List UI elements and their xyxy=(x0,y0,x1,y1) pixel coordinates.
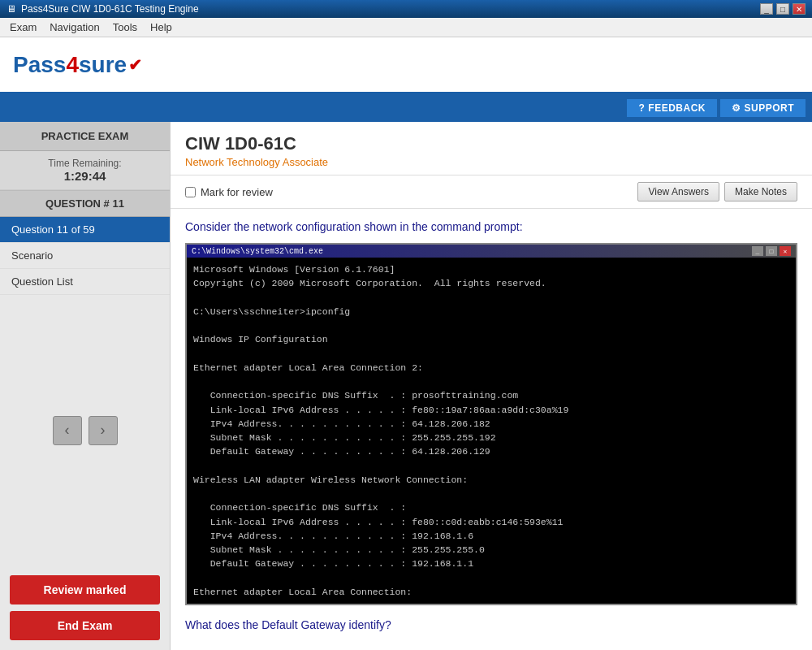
cmd-title-text: C:\Windows\system32\cmd.exe xyxy=(192,247,323,256)
cmd-line: Microsoft Windows [Version 6.1.7601] xyxy=(193,262,789,276)
question-number-label: QUESTION # 11 xyxy=(0,190,170,217)
cmd-window: C:\Windows\system32\cmd.exe _ □ ✕ Micros… xyxy=(185,243,797,605)
maximize-button[interactable]: □ xyxy=(776,3,789,15)
content-header: CIW 1D0-61C Network Technology Associate xyxy=(171,122,812,176)
content-toolbar: Mark for review View Answers Make Notes xyxy=(171,176,812,209)
title-bar-controls[interactable]: _ □ ✕ xyxy=(760,3,806,15)
feedback-label: FEEDBACK xyxy=(648,102,706,114)
make-notes-button[interactable]: Make Notes xyxy=(724,182,797,202)
toolbar-buttons: View Answers Make Notes xyxy=(637,182,797,202)
feedback-button[interactable]: ? FEEDBACK xyxy=(627,99,717,117)
support-label: SUPPORT xyxy=(744,102,794,114)
timer-value: 1:29:44 xyxy=(6,169,163,183)
answer-option-a: A The file server on the network xyxy=(185,643,797,650)
cmd-line: Connection-specific DNS Suffix . : xyxy=(193,500,789,514)
cmd-minimize[interactable]: _ xyxy=(752,246,763,256)
menu-tools[interactable]: Tools xyxy=(106,20,144,35)
cmd-close[interactable]: ✕ xyxy=(780,246,791,256)
mark-review-label: Mark for review xyxy=(201,186,273,198)
cmd-line xyxy=(193,571,789,585)
cmd-line xyxy=(193,347,789,361)
cmd-line xyxy=(193,375,789,388)
menu-navigation[interactable]: Navigation xyxy=(43,20,106,35)
cmd-line: Connection-specific DNS Suffix . : proso… xyxy=(193,388,789,402)
logo: Pass4sure✔ xyxy=(13,52,142,78)
nav-item-scenario[interactable]: Scenario xyxy=(0,243,170,269)
end-exam-button[interactable]: End Exam xyxy=(10,611,160,640)
cmd-line: Subnet Mask . . . . . . . . . . . : 255.… xyxy=(193,543,789,557)
nav-item-question-list[interactable]: Question List xyxy=(0,269,170,295)
cmd-line: Default Gateway . . . . . . . . . : 64.1… xyxy=(193,444,789,458)
cmd-controls: _ □ ✕ xyxy=(752,246,791,256)
title-bar-icon: 🖥 xyxy=(6,3,16,15)
sub-question: What does the Default Gateway identify? xyxy=(185,618,797,631)
minimize-button[interactable]: _ xyxy=(760,3,773,15)
nav-item-question[interactable]: Question 11 of 59 xyxy=(0,217,170,243)
cmd-content: Microsoft Windows [Version 6.1.7601] Cop… xyxy=(193,262,789,599)
prev-button[interactable]: ‹ xyxy=(53,416,82,445)
gear-icon: ⚙ xyxy=(732,102,741,114)
cmd-line: Link-local IPv6 Address . . . . . : fe80… xyxy=(193,403,789,417)
cmd-line xyxy=(193,318,789,332)
close-button[interactable]: ✕ xyxy=(793,3,806,15)
menu-exam[interactable]: Exam xyxy=(3,20,43,35)
logo-pass: Pass xyxy=(13,52,66,78)
support-button[interactable]: ⚙ SUPPORT xyxy=(720,99,806,117)
view-answers-button[interactable]: View Answers xyxy=(637,182,719,202)
cmd-line: Default Gateway . . . . . . . . . : 192.… xyxy=(193,557,789,570)
logo-check-icon: ✔ xyxy=(128,55,142,75)
cmd-titlebar: C:\Windows\system32\cmd.exe _ □ ✕ xyxy=(187,245,796,258)
nav-items: Question 11 of 59 Scenario Question List xyxy=(0,217,170,295)
sidebar-bottom: Review marked End Exam xyxy=(0,566,170,650)
review-marked-button[interactable]: Review marked xyxy=(10,575,160,604)
cmd-line: Windows IP Configuration xyxy=(193,332,789,346)
menu-help[interactable]: Help xyxy=(144,20,179,35)
cmd-line: Copyright (c) 2009 Microsoft Corporation… xyxy=(193,276,789,290)
main-layout: PRACTICE EXAM Time Remaining: 1:29:44 QU… xyxy=(0,122,812,650)
nav-arrows: ‹ › xyxy=(0,295,170,566)
cmd-line xyxy=(193,291,789,305)
content-scroll[interactable]: Consider the network configuration shown… xyxy=(171,209,812,650)
exam-title: CIW 1D0-61C xyxy=(185,133,797,154)
question-icon: ? xyxy=(638,102,645,114)
sidebar: PRACTICE EXAM Time Remaining: 1:29:44 QU… xyxy=(0,122,171,650)
question-intro: Consider the network configuration shown… xyxy=(185,220,797,233)
title-bar-text: Pass4Sure CIW 1D0-61C Testing Engine xyxy=(21,3,199,15)
exam-subtitle: Network Technology Associate xyxy=(185,156,797,168)
cmd-line: Subnet Mask . . . . . . . . . . . : 255.… xyxy=(193,431,789,444)
next-button[interactable]: › xyxy=(89,416,118,445)
timer-label: Time Remaining: xyxy=(6,158,163,169)
cmd-line: IPv4 Address. . . . . . . . . . . : 64.1… xyxy=(193,417,789,431)
menu-bar: Exam Navigation Tools Help xyxy=(0,18,812,37)
title-bar-left: 🖥 Pass4Sure CIW 1D0-61C Testing Engine xyxy=(6,3,199,15)
timer-section: Time Remaining: 1:29:44 xyxy=(0,151,170,190)
content-area: CIW 1D0-61C Network Technology Associate… xyxy=(171,122,812,650)
mark-review-section: Mark for review xyxy=(185,186,273,198)
logo-four: 4 xyxy=(66,52,79,78)
app-header: Pass4sure✔ xyxy=(0,37,812,94)
cmd-line xyxy=(193,487,789,500)
cmd-line: IPv4 Address. . . . . . . . . . . : 192.… xyxy=(193,529,789,543)
cmd-line: Ethernet adapter Local Area Connection 2… xyxy=(193,361,789,375)
cmd-maximize[interactable]: □ xyxy=(766,246,777,256)
cmd-line xyxy=(193,459,789,473)
logo-sure: sure xyxy=(79,52,127,78)
cmd-line: Link-local IPv6 Address . . . . . : fe80… xyxy=(193,515,789,529)
support-bar: ? FEEDBACK ⚙ SUPPORT xyxy=(0,94,812,122)
practice-exam-label: PRACTICE EXAM xyxy=(0,122,170,151)
cmd-line: C:\Users\sschneiter>ipconfig xyxy=(193,305,789,318)
cmd-line: Wireless LAN adapter Wireless Network Co… xyxy=(193,473,789,487)
cmd-line: Ethernet adapter Local Area Connection: xyxy=(193,585,789,599)
mark-review-checkbox[interactable] xyxy=(185,187,196,197)
title-bar: 🖥 Pass4Sure CIW 1D0-61C Testing Engine _… xyxy=(0,0,812,18)
